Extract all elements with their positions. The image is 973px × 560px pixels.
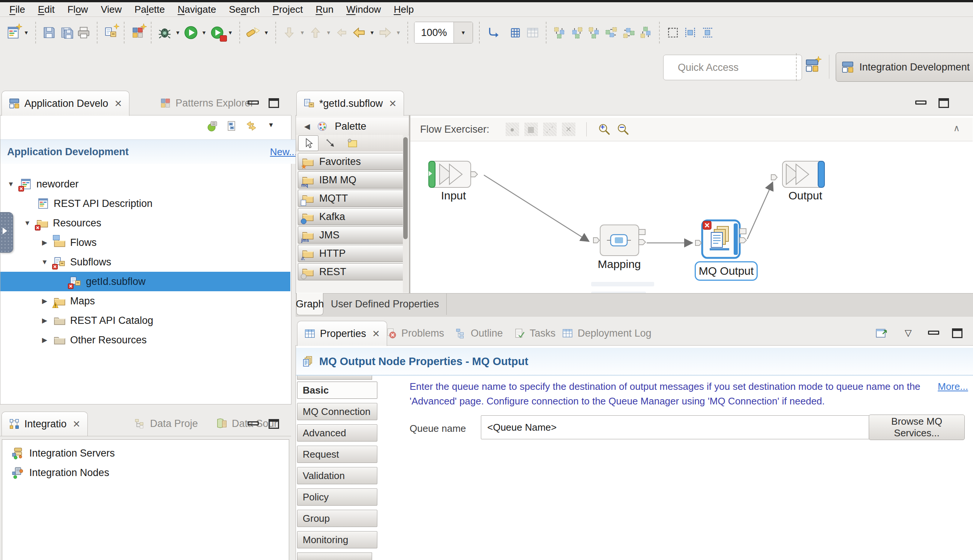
- collapse-all-button[interactable]: [226, 120, 238, 132]
- property-tab-validation[interactable]: Validation: [297, 467, 377, 484]
- more-link[interactable]: More...: [938, 381, 968, 392]
- node-label-mq-output-editing[interactable]: MQ Output: [695, 261, 758, 281]
- menu-run[interactable]: Run: [309, 4, 340, 15]
- minimize-view-button[interactable]: [247, 100, 259, 105]
- connection-mqoutput-to-output[interactable]: [747, 182, 773, 239]
- quick-access-input[interactable]: [663, 55, 802, 80]
- palette-header[interactable]: ◀ Palette: [296, 118, 417, 135]
- distribute-vertical-button[interactable]: [699, 22, 716, 43]
- align-left-button[interactable]: [552, 22, 568, 43]
- tab-application-development[interactable]: Application Develo ✕: [2, 91, 129, 116]
- property-tab-advanced[interactable]: Advanced: [297, 424, 377, 442]
- expander-icon[interactable]: ▼: [7, 180, 15, 188]
- property-tab-basic[interactable]: Basic: [297, 382, 377, 399]
- property-tab-monitoring[interactable]: Monitoring: [297, 531, 377, 548]
- back-dropdown[interactable]: ▼: [368, 30, 376, 36]
- tab-graph-active[interactable]: Graph: [296, 293, 323, 315]
- tab-patterns-explorer[interactable]: Patterns Explorer: [153, 91, 261, 115]
- tree-item-resources[interactable]: ▼ Resources: [0, 213, 290, 233]
- marquee-select-button[interactable]: [665, 22, 681, 43]
- expander-icon[interactable]: ▼: [23, 219, 32, 227]
- input-terminal[interactable]: [771, 175, 777, 180]
- menu-help[interactable]: Help: [388, 4, 420, 15]
- maximize-view-button[interactable]: [269, 98, 279, 108]
- zoom-level-dropdown[interactable]: ▼: [453, 22, 473, 43]
- align-bottom-button[interactable]: [638, 22, 654, 43]
- tab-deployment-log[interactable]: Deployment Log: [555, 321, 658, 346]
- tree-item-rest-api-description[interactable]: REST API Description: [0, 194, 290, 213]
- output-terminal[interactable]: [740, 238, 746, 243]
- expander-icon[interactable]: ▶: [40, 238, 49, 247]
- distribute-horizontal-button[interactable]: [682, 22, 699, 43]
- tree-item-neworder[interactable]: ▼ neworder: [0, 174, 290, 194]
- close-icon[interactable]: ✕: [372, 328, 380, 339]
- palette-drawer-mqtt[interactable]: MQTT: [298, 190, 406, 207]
- output-terminal[interactable]: [740, 228, 746, 234]
- flashlight-search-button[interactable]: [245, 22, 261, 43]
- palette-drawer-rest[interactable]: REST: [298, 263, 406, 280]
- palette-drawer-kafka[interactable]: Kafka: [298, 208, 406, 225]
- align-top-button[interactable]: [603, 22, 620, 43]
- maximize-view-button[interactable]: [952, 328, 963, 338]
- new-wizard-dropdown[interactable]: ▼: [22, 30, 31, 36]
- debug-dropdown[interactable]: ▼: [173, 30, 182, 36]
- palette-drawer-ibm-mq[interactable]: mq IBM MQ: [298, 171, 406, 188]
- minimize-editor-button[interactable]: [915, 100, 926, 105]
- new-flow-button[interactable]: [102, 22, 119, 43]
- run-configuration-dropdown[interactable]: ▼: [226, 30, 235, 36]
- node-mq-output-selected[interactable]: [695, 220, 746, 258]
- tree-item-integration-nodes[interactable]: Integration Nodes: [2, 463, 289, 482]
- menu-project[interactable]: Project: [266, 4, 309, 15]
- align-center-button[interactable]: [568, 22, 585, 43]
- node-label-output[interactable]: Output: [774, 189, 837, 202]
- maximize-view-button[interactable]: [269, 419, 279, 429]
- minimize-view-button[interactable]: [247, 421, 259, 425]
- property-tab-policy[interactable]: Policy: [297, 488, 377, 506]
- tree-item-getid-subflow-selected[interactable]: getId.subflow: [0, 272, 290, 291]
- selection-tool-button[interactable]: [298, 135, 318, 151]
- collapse-palette-icon[interactable]: ◀: [304, 122, 310, 131]
- align-right-button[interactable]: [586, 22, 602, 43]
- collapse-bar-icon[interactable]: ∧: [953, 123, 960, 133]
- print-button[interactable]: [75, 22, 92, 43]
- view-menu-button[interactable]: ▽: [905, 328, 911, 338]
- tab-tasks[interactable]: Tasks: [507, 321, 562, 346]
- tree-item-maps[interactable]: ▶ Maps: [0, 291, 290, 311]
- output-terminal[interactable]: [639, 240, 645, 245]
- new-link[interactable]: New...: [270, 146, 297, 158]
- open-perspective-button[interactable]: [805, 58, 819, 73]
- palette-drawer-http[interactable]: //. HTTP: [298, 245, 406, 262]
- tab-user-defined-properties[interactable]: User Defined Properties: [323, 293, 447, 315]
- tab-data-project-explorer[interactable]: Data Proje: [127, 412, 205, 435]
- tree-item-other-resources[interactable]: ▶ Other Resources: [0, 330, 290, 350]
- palette-scrollbar-thumb[interactable]: [403, 137, 408, 239]
- menu-edit[interactable]: Edit: [32, 4, 61, 15]
- view-menu-button[interactable]: ▼: [268, 122, 274, 129]
- save-button[interactable]: [41, 22, 57, 43]
- menu-file[interactable]: File: [3, 4, 32, 15]
- node-label-input[interactable]: Input: [421, 189, 485, 202]
- zoom-out-button[interactable]: −: [617, 123, 629, 136]
- tab-properties[interactable]: Properties ✕: [297, 321, 387, 346]
- run-button[interactable]: [183, 22, 199, 43]
- integration-development-perspective-button[interactable]: Integration Development: [836, 52, 973, 82]
- back-button[interactable]: [351, 22, 367, 43]
- flow-canvas[interactable]: [410, 141, 973, 293]
- close-icon[interactable]: ✕: [73, 419, 81, 430]
- node-label-mapping[interactable]: Mapping: [587, 258, 651, 271]
- zoom-in-button[interactable]: +: [598, 123, 611, 136]
- flashlight-dropdown[interactable]: ▼: [262, 30, 271, 36]
- property-tab-mq-connection[interactable]: MQ Connection: [297, 403, 377, 420]
- open-new-view-button[interactable]: [875, 327, 888, 340]
- close-icon[interactable]: ✕: [114, 98, 122, 109]
- tree-item-subflows[interactable]: ▼ Subflows: [0, 252, 290, 272]
- route-button[interactable]: [485, 22, 501, 43]
- close-icon[interactable]: ✕: [389, 98, 397, 109]
- output-terminal[interactable]: [639, 229, 645, 235]
- property-tab-group[interactable]: Group: [297, 510, 377, 527]
- zoom-level-value[interactable]: 100%: [415, 22, 453, 43]
- tree-item-integration-servers[interactable]: Integration Servers: [2, 443, 289, 463]
- tab-problems[interactable]: Problems: [379, 321, 451, 346]
- minimize-view-button[interactable]: [928, 331, 939, 335]
- output-terminal[interactable]: [471, 172, 478, 177]
